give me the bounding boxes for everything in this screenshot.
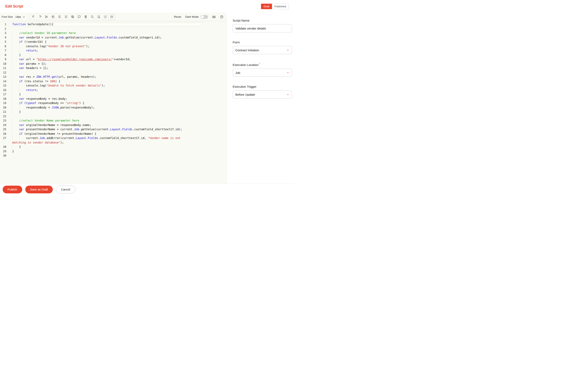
code-line[interactable]: 29} xyxy=(0,149,226,154)
code-line[interactable]: 17} xyxy=(0,92,226,97)
execution-trigger-label: Execution Trigger xyxy=(233,85,292,88)
code-snippet-icon[interactable] xyxy=(109,14,115,20)
wrap-line-icon[interactable] xyxy=(96,14,102,20)
save-as-draft-button[interactable]: Save as Draft xyxy=(25,186,53,193)
code-line[interactable]: 13var res = ZDK.HTTP.get(url, params, he… xyxy=(0,75,226,79)
code-line[interactable]: 10var params = {}; xyxy=(0,62,226,66)
line-number: 3 xyxy=(0,31,9,35)
cut-icon[interactable] xyxy=(43,14,50,20)
execution-trigger-value: Before Update xyxy=(235,93,255,96)
line-number: 30 xyxy=(0,153,9,158)
main-area: Font Size 14px 123 Reset Dark Mode 1func… xyxy=(0,13,294,184)
code-line[interactable]: 27current.Job.addError(current.Layout.Fi… xyxy=(0,136,226,145)
line-number: 27 xyxy=(0,136,9,145)
svg-text:3: 3 xyxy=(104,17,105,18)
undo-icon[interactable] xyxy=(30,14,36,20)
line-number: 25 xyxy=(0,127,9,132)
line-number: 26 xyxy=(0,132,9,136)
editor-icon-group: 123 xyxy=(29,14,116,20)
code-line[interactable]: 5if (!vendorId) { xyxy=(0,40,226,44)
execution-trigger-select[interactable]: Before Update xyxy=(233,90,292,98)
dark-mode-control: Dark Mode xyxy=(185,15,208,19)
code-line[interactable]: 20responseBody = JSON.parse(responseBody… xyxy=(0,105,226,110)
execution-location-value: Job xyxy=(235,71,240,75)
form-value: Contract Initiation xyxy=(235,49,259,52)
keyboard-shortcuts-icon[interactable] xyxy=(212,15,216,19)
code-line[interactable]: 6console.log("Vendor ID not present"); xyxy=(0,44,226,49)
code-line[interactable]: 3//select Vendor ID parameter here xyxy=(0,31,226,35)
line-number: 8 xyxy=(0,53,9,57)
code-line[interactable]: 14if (res.status != 200) { xyxy=(0,79,226,84)
line-number: 19 xyxy=(0,101,9,105)
indent-increase-icon[interactable] xyxy=(63,14,69,20)
line-number: 10 xyxy=(0,62,9,66)
code-line[interactable]: 16return; xyxy=(0,88,226,93)
status-published-button[interactable]: Published xyxy=(272,4,289,9)
delete-icon[interactable] xyxy=(82,14,89,20)
dark-mode-label: Dark Mode xyxy=(185,15,199,18)
line-number: 29 xyxy=(0,149,9,154)
line-number: 14 xyxy=(0,79,9,84)
code-line[interactable]: 7return; xyxy=(0,49,226,53)
form-select[interactable]: Contract Initiation xyxy=(233,46,292,54)
font-size-value: 14px xyxy=(15,15,21,18)
execution-location-select[interactable]: Job xyxy=(233,69,292,77)
code-line[interactable]: 21} xyxy=(0,110,226,114)
status-segmented-control: Draft Published xyxy=(261,4,289,9)
status-draft-button[interactable]: Draft xyxy=(261,4,272,9)
font-size-dropdown[interactable]: 14px xyxy=(15,15,26,19)
line-number: 2 xyxy=(0,27,9,31)
line-number: 7 xyxy=(0,49,9,53)
code-line[interactable]: 22 xyxy=(0,114,226,119)
required-marker: * xyxy=(259,62,260,65)
line-number: 11 xyxy=(0,66,9,70)
reset-button[interactable]: Reset xyxy=(174,15,181,18)
duplicate-icon[interactable] xyxy=(69,14,76,20)
redo-icon[interactable] xyxy=(37,14,43,20)
code-line[interactable]: 23//select Vendor Name parameter here xyxy=(0,118,226,123)
font-size-label: Font Size xyxy=(2,15,13,18)
line-number: 4 xyxy=(0,35,9,40)
line-number: 17 xyxy=(0,92,9,97)
comment-icon[interactable] xyxy=(76,14,82,20)
page-header: Edit Script Draft Published xyxy=(0,0,294,13)
copy-icon[interactable] xyxy=(50,14,56,20)
numbered-list-icon[interactable]: 123 xyxy=(102,14,108,20)
code-line[interactable]: 28} xyxy=(0,145,226,149)
search-code-icon[interactable] xyxy=(89,14,95,20)
line-number: 15 xyxy=(0,84,9,88)
code-line[interactable]: 18var responseBody = res.body; xyxy=(0,97,226,101)
code-line[interactable]: 8} xyxy=(0,53,226,57)
publish-button[interactable]: Publish xyxy=(3,186,22,193)
code-line[interactable]: 15console.log("Unable to fetch vendor de… xyxy=(0,84,226,88)
line-number: 16 xyxy=(0,88,9,93)
code-line[interactable]: 2 xyxy=(0,27,226,31)
cancel-button[interactable]: Cancel xyxy=(56,186,75,193)
line-number: 5 xyxy=(0,40,9,44)
code-line[interactable]: 26if (orginalVendorName != presentVendor… xyxy=(0,132,226,136)
script-settings-panel: Script Name Form Contract Initiation Exe… xyxy=(226,13,294,184)
page-title: Edit Script xyxy=(5,4,23,8)
code-line[interactable]: 30 xyxy=(0,153,226,158)
execution-location-label: Execution Location* xyxy=(233,62,292,67)
code-editor[interactable]: 1function beforeUpdate(){23//select Vend… xyxy=(0,21,226,184)
script-name-input[interactable] xyxy=(233,24,292,32)
line-number: 1 xyxy=(0,22,9,27)
dark-mode-toggle[interactable] xyxy=(201,15,208,19)
help-icon[interactable] xyxy=(220,15,224,19)
code-line[interactable]: 19if (typeof responseBody == "string") { xyxy=(0,101,226,105)
line-number: 21 xyxy=(0,110,9,114)
code-line[interactable]: 11var headers = {}; xyxy=(0,66,226,70)
code-line[interactable]: 12 xyxy=(0,70,226,75)
line-number: 12 xyxy=(0,70,9,75)
code-line[interactable]: 24var orginalVendorName = responseBody.n… xyxy=(0,123,226,127)
code-line[interactable]: 25var presentVendorName = current.Job.ge… xyxy=(0,127,226,132)
form-label: Form xyxy=(233,41,292,44)
toolbar-right: Reset Dark Mode xyxy=(174,15,224,19)
line-number: 22 xyxy=(0,114,9,119)
indent-decrease-icon[interactable] xyxy=(57,14,62,20)
code-line[interactable]: 4var vendorId = current.Job.getValue(cur… xyxy=(0,35,226,40)
line-number: 6 xyxy=(0,44,9,49)
code-line[interactable]: 1function beforeUpdate(){ xyxy=(0,22,226,27)
code-line[interactable]: 9var url = "https://jsonplaceholder.typi… xyxy=(0,57,226,62)
